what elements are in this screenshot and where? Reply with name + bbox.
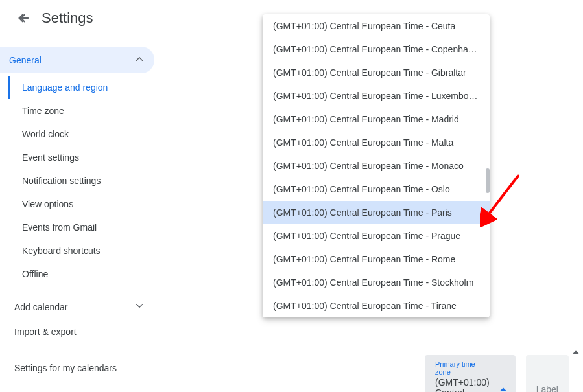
primary-timezone-select[interactable]: Primary time zone (GMT+01:00) Central Eu… bbox=[425, 355, 516, 392]
timezone-option[interactable]: (GMT+01:00) Central European Time - Prag… bbox=[263, 224, 490, 248]
back-button[interactable] bbox=[10, 5, 36, 31]
sidebar-section-my-calendars: Settings for my calendars bbox=[5, 363, 157, 373]
sidebar-item-offline[interactable]: Offline bbox=[8, 262, 157, 286]
sidebar-item-label: Offline bbox=[22, 269, 48, 279]
page-title: Settings bbox=[42, 10, 93, 27]
sidebar-item-language-region[interactable]: Language and region bbox=[8, 76, 157, 99]
sidebar-item-label: Events from Gmail bbox=[22, 222, 97, 233]
timezone-option[interactable]: (GMT+01:00) Central European Time - Oslo bbox=[263, 178, 490, 201]
sidebar-item-label: Event settings bbox=[22, 152, 79, 163]
sidebar-item-keyboard-shortcuts[interactable]: Keyboard shortcuts bbox=[8, 239, 157, 262]
primary-timezone-row: Primary time zone (GMT+01:00) Central Eu… bbox=[425, 355, 567, 392]
sidebar-item-import-export[interactable]: Import & export bbox=[5, 320, 157, 343]
sidebar-item-view-options[interactable]: View options bbox=[8, 192, 157, 216]
sidebar: General Language and region Time zone Wo… bbox=[0, 36, 162, 392]
select-value: (GMT+01:00) Central European Time - Pari… bbox=[435, 377, 490, 392]
timezone-option[interactable]: (GMT+01:00) Central European Time - Gibr… bbox=[263, 61, 490, 84]
timezone-option[interactable]: (GMT+01:00) Central European Time - Rome bbox=[263, 248, 490, 271]
sidebar-section-label: General bbox=[9, 55, 42, 65]
timezone-option[interactable]: (GMT+01:00) Central European Time - Mona… bbox=[263, 154, 490, 178]
scrollbar-thumb[interactable] bbox=[486, 168, 490, 193]
sidebar-item-label: World clock bbox=[22, 129, 69, 139]
sidebar-item-event-settings[interactable]: Event settings bbox=[8, 146, 157, 169]
chevron-down-icon bbox=[134, 300, 145, 314]
timezone-option[interactable]: (GMT+01:00) Central European Time - Madr… bbox=[263, 108, 490, 131]
timezone-option[interactable]: (GMT+01:00) Central European Time - Ceut… bbox=[263, 14, 490, 38]
timezone-option[interactable]: (GMT+01:00) Central European Time - Stoc… bbox=[263, 271, 490, 294]
scroll-up-hint-icon[interactable] bbox=[571, 349, 580, 360]
arrow-back-icon bbox=[16, 11, 30, 25]
chevron-up-icon bbox=[134, 53, 145, 67]
timezone-option[interactable]: (GMT+01:00) Central European Time - Luxe… bbox=[263, 84, 490, 108]
sidebar-item-events-from-gmail[interactable]: Events from Gmail bbox=[8, 216, 157, 239]
sidebar-item-notification-settings[interactable]: Notification settings bbox=[8, 169, 157, 192]
sidebar-item-world-clock[interactable]: World clock bbox=[8, 122, 157, 146]
timezone-option[interactable]: (GMT+01:00) Central European Time - Pari… bbox=[263, 201, 490, 224]
sidebar-section-general[interactable]: General bbox=[0, 47, 154, 73]
sidebar-item-label: Language and region bbox=[22, 82, 108, 93]
timezone-option[interactable]: (GMT+01:00) Central European Time - Cope… bbox=[263, 38, 490, 61]
primary-label-input[interactable]: Label bbox=[526, 355, 569, 392]
sidebar-item-label: Notification settings bbox=[22, 176, 101, 186]
triangle-up-icon bbox=[500, 388, 506, 391]
sidebar-item-label: View options bbox=[22, 199, 73, 209]
sidebar-nav-list: Language and region Time zone World cloc… bbox=[5, 76, 157, 286]
sidebar-footer: Add calendar Import & export bbox=[5, 294, 157, 343]
sidebar-item-label: Time zone bbox=[22, 106, 64, 116]
timezone-dropdown[interactable]: (GMT+01:00) Central European Time - Ceut… bbox=[263, 14, 490, 317]
sidebar-item-label: Import & export bbox=[14, 327, 77, 337]
timezone-option[interactable]: (GMT+01:00) Central European Time - Malt… bbox=[263, 131, 490, 154]
sidebar-item-add-calendar[interactable]: Add calendar bbox=[5, 294, 157, 320]
timezone-dropdown-list: (GMT+01:00) Central European Time - Ceut… bbox=[263, 14, 490, 317]
input-placeholder: Label bbox=[536, 384, 558, 392]
sidebar-item-time-zone[interactable]: Time zone bbox=[8, 99, 157, 122]
timezone-option[interactable]: (GMT+01:00) Central European Time - Tira… bbox=[263, 294, 490, 317]
sidebar-item-label: Keyboard shortcuts bbox=[22, 246, 101, 256]
select-label: Primary time zone bbox=[435, 360, 490, 376]
sidebar-item-label: Add calendar bbox=[14, 302, 68, 312]
